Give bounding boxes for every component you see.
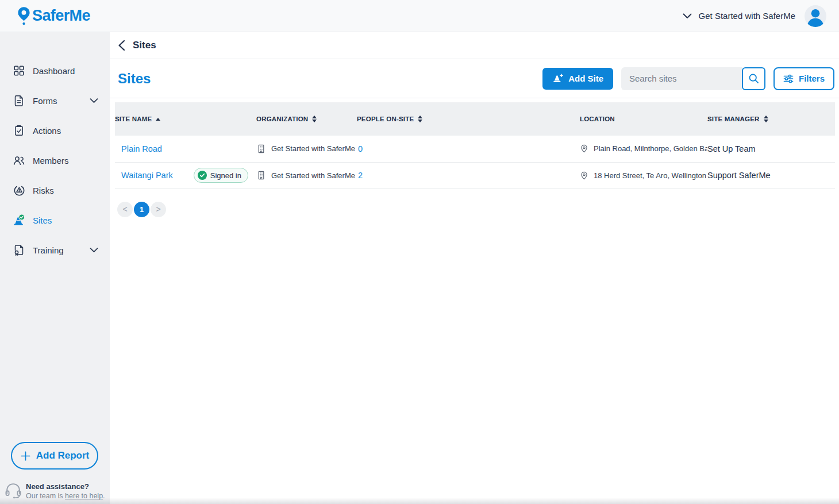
signed-in-badge: Signed in xyxy=(194,168,248,183)
main-content: Sites Sites Add Site xyxy=(110,32,839,504)
map-pin-logo-icon xyxy=(17,6,30,25)
assistance-title: Need assistance? xyxy=(26,482,105,491)
page-title: Sites xyxy=(118,71,151,87)
organization-name: Get Started with SaferMe xyxy=(271,144,355,153)
sidebar-item[interactable]: Training xyxy=(0,235,110,265)
sidebar-item-label: Dashboard xyxy=(33,66,75,76)
sites-icon xyxy=(13,214,25,226)
sites-table: SITE NAME ORGANIZATION xyxy=(115,102,835,189)
avatar[interactable] xyxy=(805,5,826,27)
sidebar: Dashboard Forms xyxy=(0,32,110,504)
table-header-row: SITE NAME ORGANIZATION xyxy=(115,102,835,136)
chevron-down-icon xyxy=(90,248,98,253)
column-header[interactable]: ORGANIZATION xyxy=(256,102,357,136)
breadcrumb-label: Sites xyxy=(133,40,156,51)
top-bar: SaferMe Get Started with SaferMe xyxy=(0,0,839,32)
location-text: 18 Herd Street, Te Aro, Wellington 6011,… xyxy=(594,171,707,180)
table-row: Waitangi Park Signed in xyxy=(115,162,835,188)
sliders-icon xyxy=(783,74,794,84)
chevron-down-icon xyxy=(90,98,98,103)
members-icon xyxy=(13,154,25,167)
search-icon xyxy=(748,73,759,84)
sidebar-item[interactable]: Risks xyxy=(0,175,110,205)
sort-icon xyxy=(418,116,422,122)
plus-icon xyxy=(20,451,31,461)
site-name-link[interactable]: Plain Road xyxy=(121,144,162,153)
sort-icon xyxy=(312,116,317,122)
user-icon xyxy=(805,5,826,27)
saferme-logo[interactable]: SaferMe xyxy=(17,6,90,25)
risks-icon xyxy=(13,184,25,197)
site-manager-text: Set Up Team xyxy=(707,144,756,153)
filters-button[interactable]: Filters xyxy=(773,67,834,90)
chevron-left-icon xyxy=(118,40,125,51)
sidebar-item-label: Members xyxy=(33,156,69,166)
column-header[interactable]: LOCATION xyxy=(580,102,707,136)
sidebar-item[interactable]: Sites xyxy=(0,205,110,235)
location-pin-icon xyxy=(580,171,588,180)
organization-name: Get Started with SaferMe xyxy=(271,171,355,180)
sidebar-item[interactable]: Actions xyxy=(0,116,110,145)
breadcrumb: Sites xyxy=(110,32,839,59)
sort-ascending-icon xyxy=(156,118,160,121)
training-icon xyxy=(13,244,25,256)
dashboard-icon xyxy=(13,64,25,77)
column-header[interactable]: SITE MANAGER xyxy=(707,102,835,136)
site-manager-text: Support SaferMe xyxy=(707,171,771,180)
sidebar-item[interactable]: Dashboard xyxy=(0,56,110,86)
people-on-site-link[interactable]: 2 xyxy=(357,171,363,180)
forms-icon xyxy=(13,94,25,107)
location-text: Plain Road, Milnthorpe, Golden Bay 7073,… xyxy=(594,144,707,153)
pagination-page-button[interactable]: 1 xyxy=(134,202,149,217)
get-started-label: Get Started with SaferMe xyxy=(699,11,795,21)
sidebar-item-label: Forms xyxy=(33,96,57,106)
sidebar-item[interactable]: Members xyxy=(0,145,110,175)
add-site-cone-icon xyxy=(552,73,563,84)
here-to-help-link[interactable]: here to help xyxy=(65,492,103,500)
pagination-prev-button[interactable]: < xyxy=(117,202,133,217)
search-group xyxy=(621,67,765,90)
site-name-link[interactable]: Waitangi Park xyxy=(121,171,173,180)
assistance-block: Need assistance? Our team is here to hel… xyxy=(5,482,105,500)
pagination-next-button[interactable]: > xyxy=(151,202,166,217)
add-report-button[interactable]: Add Report xyxy=(11,442,98,470)
building-icon xyxy=(256,144,266,154)
check-circle-icon xyxy=(198,171,207,180)
search-input[interactable] xyxy=(621,67,742,90)
add-site-button[interactable]: Add Site xyxy=(542,68,613,90)
column-header[interactable]: PEOPLE ON-SITE xyxy=(357,102,580,136)
headset-icon xyxy=(5,482,22,500)
app-window: SaferMe Get Started with SaferMe xyxy=(0,0,839,504)
column-header[interactable]: SITE NAME xyxy=(115,102,256,136)
get-started-menu[interactable]: Get Started with SaferMe xyxy=(683,11,795,21)
sort-icon xyxy=(764,116,768,122)
search-button[interactable] xyxy=(742,67,765,90)
people-on-site-link[interactable]: 0 xyxy=(357,144,363,153)
sidebar-item-label: Risks xyxy=(33,186,54,195)
location-pin-icon xyxy=(580,144,588,153)
back-button[interactable] xyxy=(118,40,125,51)
table-row: Plain Road xyxy=(115,136,835,162)
brand-name: SaferMe xyxy=(32,7,90,25)
actions-icon xyxy=(13,124,25,137)
chevron-down-icon xyxy=(683,13,692,19)
sidebar-item[interactable]: Forms xyxy=(0,86,110,116)
pagination: < 1 > xyxy=(117,202,839,217)
assistance-body: Our team is here to help. xyxy=(26,492,105,500)
sidebar-item-label: Training xyxy=(33,245,64,255)
sidebar-item-label: Actions xyxy=(33,126,61,136)
sidebar-item-label: Sites xyxy=(33,216,52,225)
page-header: Sites Add Site xyxy=(110,59,839,98)
building-icon xyxy=(256,170,266,180)
